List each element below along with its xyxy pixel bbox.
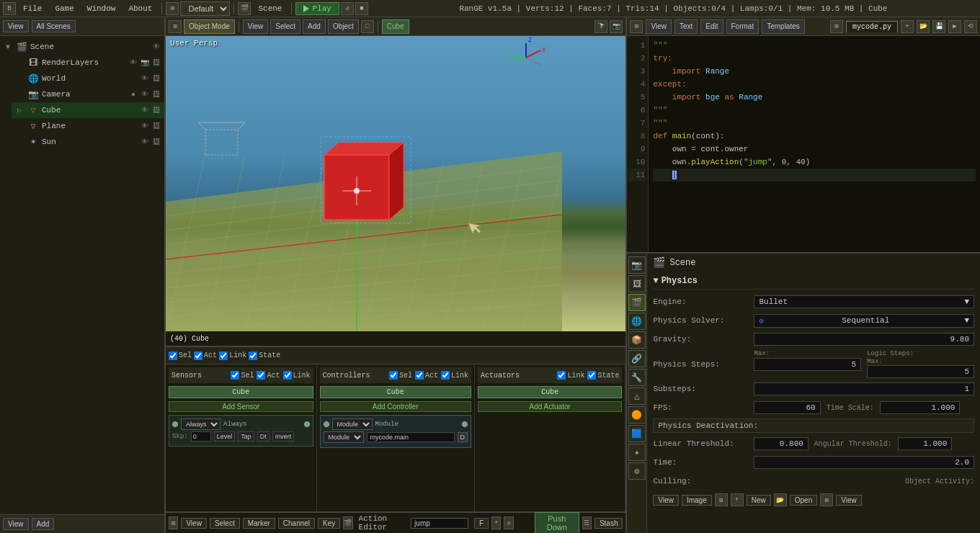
sun-eye[interactable]: 👁 [140,137,150,147]
sc1[interactable] [231,371,239,380]
outliner-plane[interactable]: ▽ Plane 👁 🖼 [12,118,164,134]
ae-x-icon[interactable]: ✕ [504,516,513,529]
vp-nav-icon[interactable]: 🔭 [594,20,607,33]
props-tex-icon[interactable]: 🟦 [628,425,646,442]
ctrl-module-input[interactable] [367,432,455,442]
sensor-dt-btn[interactable]: Dt [257,431,270,442]
props-obj-icon[interactable]: 📦 [628,331,646,349]
ae-f-btn[interactable]: F [474,518,489,529]
sensor-tap-btn[interactable]: Tap [238,431,254,442]
vp-object-btn[interactable]: Object [328,19,359,34]
outliner-world[interactable]: 🌐 World 👁 🖼 [12,71,164,86]
stash-btn[interactable]: Stash [594,518,623,529]
open-btn[interactable]: Open [790,495,817,506]
vp-square-icon[interactable]: □ [361,20,374,33]
ctrl-check-act[interactable]: Act [415,371,438,380]
code-new-icon[interactable]: + [901,20,914,33]
vp-add-btn[interactable]: Add [303,19,326,34]
add-controller-btn[interactable]: Add Controller [320,401,472,412]
props-render-icon[interactable]: 📷 [628,256,646,274]
code-edit-btn[interactable]: Edit [700,19,723,34]
vp-view-btn[interactable]: View [243,19,269,34]
sun-render[interactable]: 🖼 [151,137,161,147]
ctrl-module-dropdown[interactable]: Module [324,431,364,443]
props-data-icon[interactable]: △ [628,388,646,405]
outliner-cube[interactable]: ▷ ▽ Cube 👁 🖼 [12,102,164,118]
code-wrap-icon[interactable]: ⟲ [964,20,977,33]
ctrl-check-link[interactable]: Link [441,371,468,380]
ae-view-btn[interactable]: View [181,518,207,529]
code-text-btn[interactable]: Text [674,19,698,34]
logic-steps-max-value[interactable]: 5 [867,365,974,378]
play-button[interactable]: Play [295,2,339,15]
act-check-link[interactable]: Link [557,371,584,380]
ctrl-d-btn[interactable]: D [458,432,468,442]
menu-file[interactable]: File [17,3,48,14]
ctrl-cube-label[interactable]: Cube [320,386,472,398]
code-content[interactable]: """ try: import Range except: import bge… [649,36,980,252]
solver-value[interactable]: ⊙ Sequential ▼ [754,314,974,328]
outliner-camera[interactable]: 📷 Camera ● 👁 🖼 [12,86,164,102]
eye-icon[interactable]: 👁 [151,42,161,52]
cube-render[interactable]: 🖼 [151,105,161,115]
props-phys-icon[interactable]: ⚙ [628,462,646,480]
outliner-renderlayers[interactable]: 🎞 RenderLayers 👁 📷 🖼 [12,55,164,71]
outliner-sun[interactable]: ☀ Sun 👁 🖼 [12,134,164,150]
check-sel[interactable]: Sel [169,351,192,360]
code-format-btn[interactable]: Format [726,19,760,34]
workspace-dropdown[interactable]: Default [180,1,230,16]
menu-game[interactable]: Game [49,3,79,14]
steps-max-value[interactable]: 5 [754,358,861,371]
cam-eye[interactable]: 👁 [140,89,150,99]
act-cube-label[interactable]: Cube [478,386,622,398]
gravity-value[interactable]: 9.80 [754,333,974,346]
ac1[interactable] [557,371,566,380]
menu-about[interactable]: About [122,3,158,14]
props-mat-icon[interactable]: 🟠 [628,406,646,424]
add-btn-left[interactable]: Add [32,518,55,530]
link-checkbox[interactable] [219,351,228,360]
cc3[interactable] [441,371,450,380]
check-link[interactable]: Link [219,351,246,360]
ctrl-type-dropdown[interactable]: Module [332,418,373,430]
code-templates-btn[interactable]: Templates [762,19,805,34]
sens-check-act[interactable]: Act [257,371,280,380]
code-view-btn[interactable]: View [646,19,672,34]
action-name-input[interactable] [411,518,468,529]
substeps-value[interactable]: 1 [754,382,974,395]
sensor-type-dropdown[interactable]: Always [181,418,220,430]
rl-render[interactable]: 🖼 [151,58,161,68]
folder-icon[interactable]: 📂 [774,493,787,506]
cam-render[interactable]: 🖼 [151,89,161,99]
angular-value[interactable]: 1.000 [898,437,952,450]
world-eye[interactable]: 👁 [140,73,150,84]
act-check-state[interactable]: State [587,371,619,380]
ctrl-check-sel[interactable]: Sel [389,371,412,380]
new-btn[interactable]: New [747,495,771,506]
cube-eye[interactable]: 👁 [140,105,150,115]
check-state[interactable]: State [249,351,280,360]
view-btn-2[interactable]: View [836,495,862,506]
sensor-skip-input[interactable] [191,431,211,442]
code-filename[interactable]: mycode.py [846,21,898,32]
ac2[interactable] [587,371,596,380]
engine-value[interactable]: Bullet ▼ [754,295,974,308]
props-scene-icon[interactable]: 🎬 [628,294,646,311]
cube-name-badge[interactable]: Cube [382,19,409,34]
view-add-btn[interactable]: View [3,518,29,530]
sel-checkbox[interactable] [169,351,177,360]
plane-render[interactable]: 🖼 [151,121,161,131]
props-part-icon[interactable]: ✦ [628,444,646,461]
mode-dropdown[interactable]: Object Mode [184,19,235,34]
sensor-cube-label[interactable]: Cube [169,386,313,398]
vp-select-btn[interactable]: Select [270,19,300,34]
rl-cam[interactable]: 📷 [140,58,150,68]
blender-icon[interactable]: B [3,2,16,15]
ae-channel-btn[interactable]: Channel [278,518,315,529]
ae-marker-btn[interactable]: Marker [243,518,275,529]
sens-check-link[interactable]: Link [283,371,311,380]
scene-toggle[interactable]: ▼ [3,42,13,52]
timescale-value[interactable]: 1.000 [880,401,961,414]
ae-select-btn[interactable]: Select [210,518,240,529]
props-world-icon[interactable]: 🌐 [628,313,646,330]
